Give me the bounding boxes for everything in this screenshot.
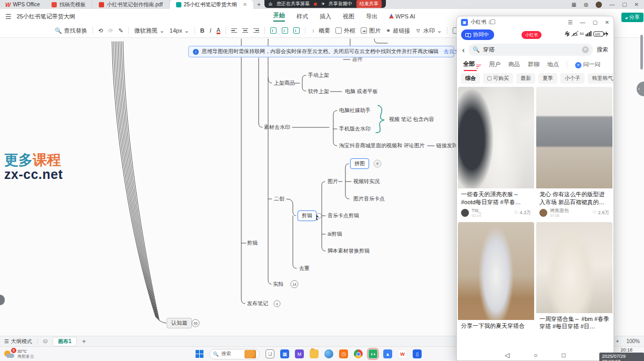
- tab-close-icon[interactable]: ✕: [243, 2, 247, 7]
- like-count[interactable]: ♡4.3万: [514, 209, 531, 216]
- menu-view[interactable]: 视图: [343, 13, 354, 21]
- insert-sibling-button[interactable]: [293, 27, 300, 34]
- avatar[interactable]: [539, 209, 547, 217]
- insert-topic-button[interactable]: [270, 27, 277, 34]
- tab-groups[interactable]: 群聊: [528, 61, 539, 68]
- search-input[interactable]: 🔍 穿搭 ✕: [468, 44, 593, 56]
- phone-link-icon[interactable]: ▯: [413, 349, 422, 358]
- stop-share-button[interactable]: 结束共享: [356, 0, 382, 8]
- note-card[interactable]: 龙心 你有这么牛的版型进入市场 新品百褶裙真的… 烤焦面包07-08 ♡2.8万: [536, 87, 612, 220]
- hamburger-icon[interactable]: ☰: [0, 13, 17, 21]
- phone-maximize-button[interactable]: ▢: [592, 19, 597, 25]
- add-canvas-button[interactable]: +: [82, 337, 86, 345]
- redo-button[interactable]: ⟳: [108, 27, 113, 34]
- insert-subtopic-button[interactable]: [282, 27, 288, 34]
- store-app-icon[interactable]: ▦: [280, 349, 289, 358]
- wps-logo[interactable]: WWPS Office: [0, 0, 45, 9]
- chip-newest[interactable]: 最新: [516, 73, 535, 84]
- weather-widget[interactable]: 6 32°C局部多云: [0, 349, 89, 358]
- align-left-button[interactable]: [231, 28, 237, 33]
- hyperlink-button[interactable]: ⚭超链接: [386, 27, 410, 35]
- nav-home-icon[interactable]: ○: [534, 352, 537, 359]
- maximize-button[interactable]: ▢: [622, 2, 627, 7]
- nav-recents-icon[interactable]: □: [562, 352, 566, 359]
- tab-ask[interactable]: ✳问一问: [575, 61, 600, 68]
- align-center-button[interactable]: [242, 28, 248, 33]
- menu-bar: 开始 样式 插入 视图 导出 WPS AI: [273, 12, 415, 22]
- close-button[interactable]: ✕: [635, 2, 639, 7]
- tab-template[interactable]: 找稿壳模板: [45, 0, 93, 9]
- new-tab-button[interactable]: +: [254, 0, 264, 9]
- layers-icon[interactable]: ⛁: [43, 338, 47, 344]
- canvas-tab[interactable]: 画布1: [53, 337, 77, 346]
- zoom-level[interactable]: 100%: [626, 338, 640, 344]
- format-painter-icon[interactable]: ✎: [118, 27, 123, 34]
- phone-window-titlebar[interactable]: ▣ 小红书 ☰ — ▢ ✕: [457, 16, 614, 28]
- note-user[interactable]: Tttt_: [472, 208, 481, 214]
- wps-app-icon[interactable]: W: [398, 349, 407, 358]
- wechat-icon-active[interactable]: ◖◗: [369, 349, 377, 358]
- vertical-scrollbar[interactable]: [640, 35, 643, 69]
- image-button[interactable]: 图片: [361, 27, 381, 35]
- tab-mindmap-active[interactable]: 25小红书笔记带货大纲✕: [170, 0, 254, 9]
- font-size-select[interactable]: 14px ⌄: [170, 27, 189, 34]
- back-chevron-icon[interactable]: ‹: [462, 45, 465, 54]
- chrome-icon[interactable]: [354, 349, 363, 358]
- note-card[interactable]: 一周穿搭合集～ #bm #春季穿搭 #每日穿搭 #日…: [536, 222, 612, 332]
- collab-mode-button[interactable]: 协同中: [461, 29, 494, 40]
- undo-button[interactable]: ⟲: [98, 27, 103, 34]
- menu-style[interactable]: 样式: [297, 13, 308, 21]
- watermark-button[interactable]: 🜄水印 ⌄: [415, 27, 442, 35]
- italic-button[interactable]: I: [210, 27, 211, 34]
- chip-purchasable[interactable]: 可购买: [483, 73, 513, 84]
- tab-pdf-guide[interactable]: 小红书笔记创作指南.pdf: [93, 0, 170, 9]
- note-user[interactable]: 烤焦面包: [550, 208, 569, 214]
- note-card[interactable]: 分享一下我的夏天穿搭合: [458, 222, 534, 332]
- phone-menu-icon[interactable]: ☰: [568, 19, 573, 25]
- summary-button[interactable]: ﹜概要: [311, 27, 330, 35]
- chip-summer[interactable]: 夏季: [538, 73, 557, 84]
- note-caption: 一些春天的漂亮衣服～ #ootd每日穿搭 #早春…: [458, 188, 534, 207]
- share-button[interactable]: 分享: [621, 13, 643, 22]
- frame-button[interactable]: 外框: [335, 27, 355, 35]
- tab-goods[interactable]: 商品: [508, 61, 520, 68]
- align-right-button[interactable]: [253, 28, 259, 33]
- tab-places[interactable]: 地点: [547, 61, 559, 68]
- start-button[interactable]: [196, 350, 203, 358]
- menu-insert[interactable]: 插入: [320, 13, 331, 21]
- globe-icon[interactable]: ◍: [584, 2, 588, 7]
- tab-all[interactable]: 全部: [463, 60, 481, 68]
- minimize-button[interactable]: —: [609, 2, 615, 7]
- account-avatar[interactable]: [596, 2, 602, 8]
- edge-icon[interactable]: [324, 349, 333, 358]
- like-count[interactable]: ♡2.8万: [592, 209, 609, 216]
- layout-icon[interactable]: ▦: [571, 2, 576, 7]
- orange-app-icon[interactable]: ◳: [339, 349, 348, 358]
- font-family-select[interactable]: 微软雅黑 ⌄: [134, 27, 164, 35]
- chip-petite[interactable]: 小个子: [560, 73, 585, 84]
- nav-back-icon[interactable]: ◁: [505, 352, 509, 359]
- task-view-icon[interactable]: ❏: [265, 349, 274, 358]
- file-explorer-icon[interactable]: [310, 349, 319, 358]
- menu-home[interactable]: 开始: [273, 12, 285, 22]
- phone-minimize-button[interactable]: —: [580, 19, 585, 25]
- mountain-app-icon[interactable]: ▲: [383, 349, 392, 358]
- chip-comprehensive[interactable]: 综合: [461, 73, 480, 84]
- zoom-in-button[interactable]: +: [616, 338, 619, 344]
- note-card[interactable]: 一些春天的漂亮衣服～ #ootd每日穿搭 #早春… Tttt_02-14 ♡4.…: [458, 87, 534, 220]
- chip-korean-style[interactable]: 韩里韩气: [588, 73, 614, 84]
- menu-wps-ai[interactable]: WPS AI: [389, 13, 415, 19]
- clear-search-icon[interactable]: ✕: [582, 46, 589, 53]
- menu-export[interactable]: 导出: [366, 13, 377, 21]
- avatar[interactable]: [461, 209, 469, 217]
- media-app-icon[interactable]: M: [295, 349, 304, 358]
- find-replace-button[interactable]: 🔍查找替换: [55, 27, 87, 35]
- tab-users[interactable]: 用户: [489, 61, 500, 68]
- note-caption: 龙心 你有这么牛的版型进入市场 新品百褶裙真的…: [536, 188, 612, 207]
- taskbar-search[interactable]: 🔍搜索: [209, 349, 260, 359]
- font-color-button[interactable]: A: [217, 27, 220, 34]
- bold-button[interactable]: B: [200, 27, 205, 34]
- search-button[interactable]: 搜索: [597, 46, 608, 54]
- outline-mode-button[interactable]: ☰ 大纲模式: [4, 338, 32, 345]
- phone-close-button[interactable]: ✕: [605, 19, 609, 25]
